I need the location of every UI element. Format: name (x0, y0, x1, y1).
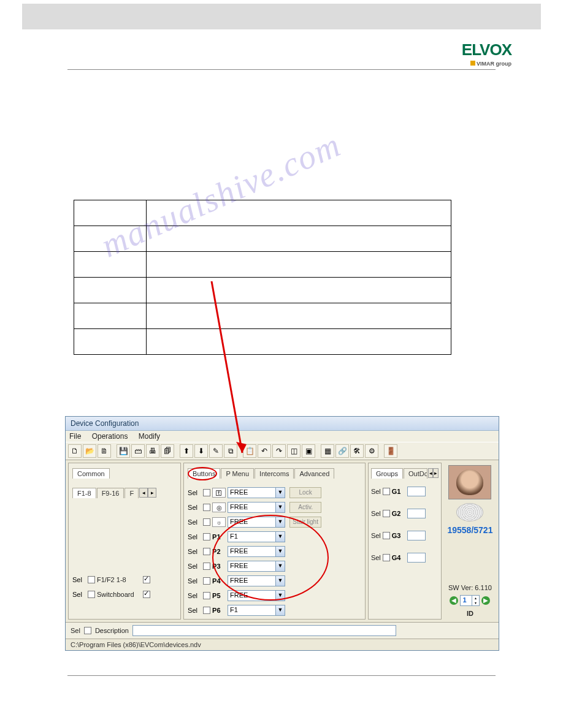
row-checkbox[interactable] (203, 533, 210, 540)
redo-icon[interactable]: ↷ (272, 444, 286, 458)
group-value-input[interactable] (407, 509, 426, 518)
logo-square-icon (470, 61, 475, 66)
chevron-down-icon[interactable]: ▼ (275, 575, 285, 586)
row-checkbox[interactable] (203, 563, 210, 570)
edit-icon[interactable]: ✎ (209, 444, 223, 458)
lock-button[interactable]: Lock (289, 487, 321, 498)
group-row: SelG1 (371, 487, 439, 496)
preview-icon[interactable]: 🗐 (161, 444, 174, 458)
menu-modify[interactable]: Modify (139, 432, 160, 441)
group-value-input[interactable] (407, 531, 426, 540)
tab-nav-left-icon[interactable]: ◂ (139, 488, 148, 498)
tab-outdoor[interactable]: OutDoor (404, 468, 427, 479)
id-spinner[interactable]: 1 ▴▾ (460, 595, 480, 606)
copy-icon[interactable]: ⧉ (224, 444, 237, 458)
function-combo[interactable]: FREE▼ (228, 502, 285, 513)
group-label: G1 (392, 488, 405, 495)
tab-f9-16[interactable]: F9-16 (97, 488, 124, 498)
id-prev-button[interactable]: ◀ (450, 596, 458, 605)
grp-nav-right-icon[interactable]: ▸ (433, 468, 439, 478)
group-checkbox[interactable] (383, 554, 390, 561)
group-value-input[interactable] (407, 487, 426, 496)
function-combo[interactable]: FREE▼ (228, 561, 285, 572)
grp-nav-left-icon[interactable]: ◂ (428, 468, 434, 478)
function-combo[interactable]: FREE▼ (228, 575, 285, 586)
row-checkbox[interactable] (203, 607, 210, 614)
exit-icon[interactable]: 🚪 (384, 444, 397, 458)
tab-nav-right-icon[interactable]: ▸ (148, 488, 156, 498)
db-icon[interactable]: 🗃 (131, 444, 145, 458)
combo-value: FREE (228, 561, 275, 572)
tab-pmenu[interactable]: P Menu (221, 468, 254, 479)
tab-f1-8[interactable]: F1-8 (72, 488, 96, 498)
tab-f-more[interactable]: F (124, 488, 139, 498)
save-icon[interactable]: 💾 (117, 444, 130, 458)
function-combo[interactable]: FREE▼ (228, 517, 285, 528)
window-icon[interactable]: ◫ (287, 444, 301, 458)
activ.-button[interactable]: Activ. (289, 502, 321, 513)
doc-icon[interactable]: 🗎 (98, 444, 111, 458)
combo-value: FREE (228, 517, 275, 528)
tab-common[interactable]: Common (72, 468, 110, 479)
flag-icon[interactable]: ▣ (302, 444, 315, 458)
id-label: ID (467, 610, 473, 617)
tab-groups[interactable]: Groups (371, 468, 403, 479)
stair light-button[interactable]: Stair light (289, 517, 321, 528)
tool-icon[interactable]: 🛠 (350, 444, 364, 458)
function-combo[interactable]: F1▼ (228, 605, 285, 616)
group-checkbox[interactable] (383, 510, 390, 517)
open-icon[interactable]: 📂 (83, 444, 96, 458)
f1f2-sel-checkbox[interactable] (88, 576, 95, 583)
function-combo[interactable]: FREE▼ (228, 487, 285, 498)
id-down-icon[interactable]: ▾ (472, 601, 479, 605)
chevron-down-icon[interactable]: ▼ (275, 561, 285, 572)
function-combo[interactable]: F1▼ (228, 531, 285, 542)
switchboard-sel-checkbox[interactable] (88, 591, 95, 598)
chevron-down-icon[interactable]: ▼ (275, 590, 285, 601)
row-checkbox[interactable] (203, 548, 210, 555)
tab-intercoms[interactable]: Intercoms (255, 468, 294, 479)
tab-buttons[interactable]: Buttons (188, 468, 220, 479)
chevron-down-icon[interactable]: ▼ (275, 502, 285, 513)
link-icon[interactable]: 🔗 (335, 444, 349, 458)
new-icon[interactable]: 🗋 (68, 444, 82, 458)
sel-label: Sel (188, 592, 201, 599)
upload-icon[interactable]: ⬆ (180, 444, 193, 458)
menu-file[interactable]: File (69, 432, 81, 441)
menu-operations[interactable]: Operations (92, 432, 128, 441)
switchboard-enable-checkbox[interactable] (143, 591, 150, 598)
row-checkbox[interactable] (203, 577, 210, 585)
group-value-input[interactable] (407, 553, 426, 563)
tab-advanced[interactable]: Advanced (294, 468, 334, 479)
row-checkbox[interactable] (203, 504, 210, 511)
desc-checkbox[interactable] (84, 627, 91, 634)
chevron-down-icon[interactable]: ▼ (275, 605, 285, 616)
id-next-button[interactable]: ▶ (481, 596, 490, 605)
row-checkbox[interactable] (203, 592, 210, 599)
f1f2-enable-checkbox[interactable] (143, 576, 150, 583)
group-checkbox[interactable] (383, 488, 390, 495)
print-icon[interactable]: 🖶 (146, 444, 159, 458)
function-combo[interactable]: FREE▼ (228, 546, 285, 557)
description-input[interactable] (132, 625, 396, 636)
row-checkbox[interactable] (203, 489, 210, 496)
chevron-down-icon[interactable]: ▼ (275, 546, 285, 557)
sel-label: Sel (72, 576, 86, 583)
chevron-down-icon[interactable]: ▼ (275, 531, 285, 542)
row-checkbox[interactable] (203, 518, 210, 526)
id-up-icon[interactable]: ▴ (472, 596, 479, 601)
sel-label: Sel (72, 591, 86, 598)
function-combo[interactable]: FREE▼ (228, 590, 285, 601)
chevron-down-icon[interactable]: ▼ (275, 517, 285, 528)
grid-icon[interactable]: ▦ (321, 444, 334, 458)
undo-icon[interactable]: ↶ (258, 444, 271, 458)
chevron-down-icon[interactable]: ▼ (275, 487, 285, 498)
group-row: SelG4 (371, 553, 439, 563)
paste-icon[interactable]: 📋 (243, 444, 256, 458)
p-label: P1 (212, 533, 226, 540)
group-checkbox[interactable] (383, 532, 390, 539)
download-icon[interactable]: ⬇ (194, 444, 208, 458)
p-label: P4 (212, 577, 226, 585)
config-icon[interactable]: ⚙ (365, 444, 378, 458)
button-row: Sel◎FREE▼Activ. (188, 501, 361, 514)
